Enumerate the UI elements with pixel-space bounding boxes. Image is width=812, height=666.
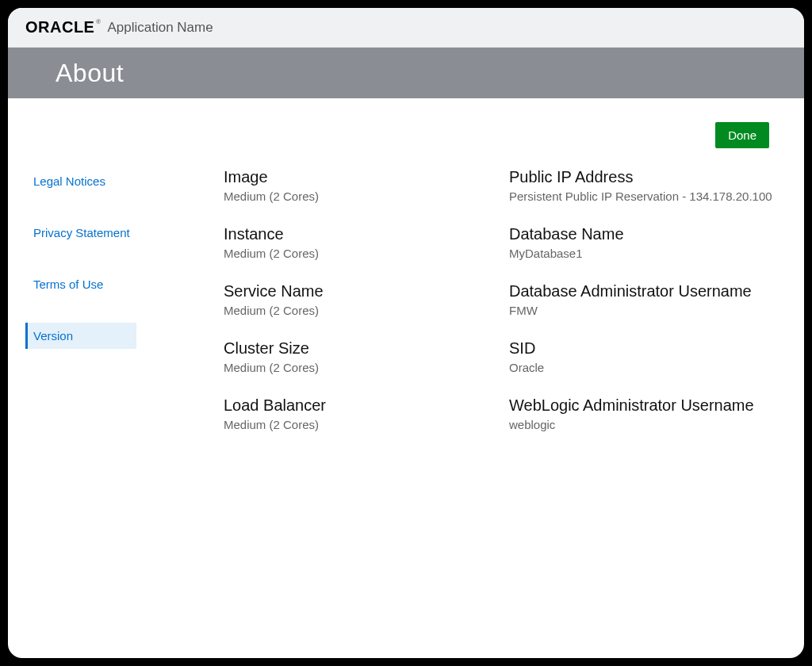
sidebar: Legal Notices Privacy Statement Terms of… bbox=[25, 122, 224, 454]
field-label: Public IP Address bbox=[509, 168, 779, 186]
sidebar-item-terms-of-use[interactable]: Terms of Use bbox=[25, 271, 224, 297]
field-cluster-size: Cluster Size Medium (2 Cores) bbox=[224, 339, 462, 374]
page-banner: About bbox=[8, 48, 804, 98]
sidebar-item-legal-notices[interactable]: Legal Notices bbox=[25, 168, 224, 194]
field-value: FMW bbox=[509, 304, 779, 317]
details-panel: Image Medium (2 Cores) Instance Medium (… bbox=[224, 122, 787, 454]
field-service-name: Service Name Medium (2 Cores) bbox=[224, 282, 462, 317]
sidebar-item-version[interactable]: Version bbox=[25, 323, 136, 349]
field-label: Cluster Size bbox=[224, 339, 462, 358]
field-label: WebLogic Administrator Username bbox=[509, 396, 779, 415]
field-instance: Instance Medium (2 Cores) bbox=[224, 225, 462, 260]
sidebar-item-privacy-statement[interactable]: Privacy Statement bbox=[25, 220, 224, 246]
field-label: Database Administrator Username bbox=[509, 282, 779, 300]
field-image: Image Medium (2 Cores) bbox=[224, 168, 462, 203]
field-value: MyDatabase1 bbox=[509, 247, 779, 260]
page-title: About bbox=[56, 59, 124, 88]
field-label: Image bbox=[224, 168, 462, 186]
field-label: Instance bbox=[224, 225, 462, 243]
done-button[interactable]: Done bbox=[715, 122, 769, 148]
oracle-logo: ORACLE bbox=[25, 18, 99, 36]
field-value: weblogic bbox=[509, 418, 779, 431]
field-value: Medium (2 Cores) bbox=[224, 304, 462, 317]
field-value: Medium (2 Cores) bbox=[224, 189, 462, 203]
field-value: Oracle bbox=[509, 361, 779, 374]
details-column-right: Public IP Address Persistent Public IP R… bbox=[509, 168, 779, 454]
field-database-name: Database Name MyDatabase1 bbox=[509, 225, 779, 260]
field-value: Medium (2 Cores) bbox=[224, 247, 462, 260]
field-db-admin-username: Database Administrator Username FMW bbox=[509, 282, 779, 317]
app-window: ORACLE Application Name About Done Legal… bbox=[8, 8, 804, 658]
content-area: Done Legal Notices Privacy Statement Ter… bbox=[8, 98, 804, 454]
field-label: SID bbox=[509, 339, 779, 358]
brand-bar: ORACLE Application Name bbox=[8, 8, 804, 48]
field-load-balancer: Load Balancer Medium (2 Cores) bbox=[224, 396, 462, 431]
details-column-left: Image Medium (2 Cores) Instance Medium (… bbox=[224, 168, 462, 454]
field-public-ip: Public IP Address Persistent Public IP R… bbox=[509, 168, 779, 203]
field-sid: SID Oracle bbox=[509, 339, 779, 374]
field-label: Database Name bbox=[509, 225, 779, 243]
field-label: Load Balancer bbox=[224, 396, 462, 415]
field-label: Service Name bbox=[224, 282, 462, 300]
field-value: Medium (2 Cores) bbox=[224, 361, 462, 374]
field-value: Persistent Public IP Reservation - 134.1… bbox=[509, 189, 779, 203]
field-weblogic-admin-username: WebLogic Administrator Username weblogic bbox=[509, 396, 779, 431]
field-value: Medium (2 Cores) bbox=[224, 418, 462, 431]
app-name: Application Name bbox=[107, 20, 213, 36]
